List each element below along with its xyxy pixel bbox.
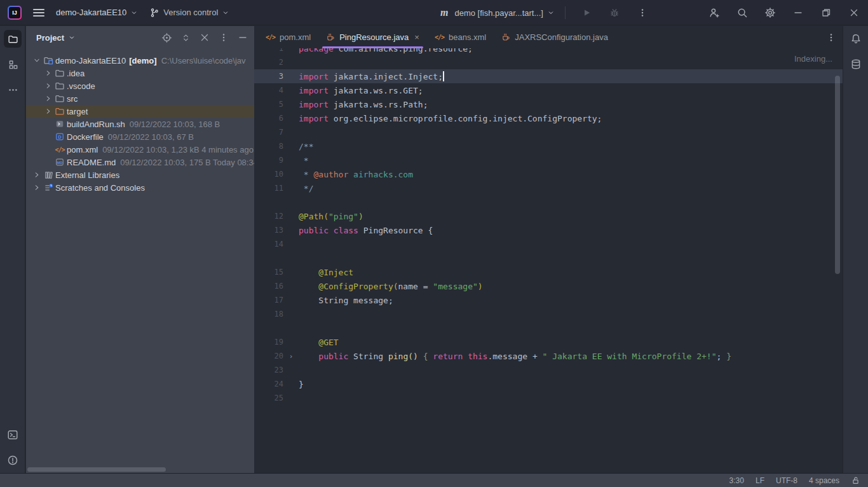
chevron-right-icon[interactable] <box>43 94 54 103</box>
line-number[interactable]: 12 <box>254 212 283 221</box>
structure-tool-button[interactable] <box>0 51 25 77</box>
code-line-16[interactable]: 16 @ConfigProperty(name = "message") <box>254 279 843 293</box>
tab-options-kebab[interactable] <box>826 26 836 48</box>
line-number[interactable]: 16 <box>254 282 283 291</box>
collapse-all-button[interactable] <box>200 32 210 43</box>
locate-file-button[interactable] <box>161 32 172 43</box>
chevron-right-icon[interactable] <box>31 170 43 179</box>
line-number[interactable]: 15 <box>254 268 283 277</box>
tree-item--vscode[interactable]: .vscode <box>26 79 254 92</box>
run-configuration-selector[interactable]: demo [fish.payar...tart...] <box>454 8 554 18</box>
chevron-right-icon[interactable] <box>43 69 54 78</box>
line-number[interactable]: 14 <box>254 240 283 249</box>
line-number[interactable]: 11 <box>254 184 283 193</box>
line-number[interactable]: 2 <box>254 58 283 67</box>
expand-collapse-button[interactable] <box>181 33 191 43</box>
line-number[interactable]: 6 <box>254 114 283 123</box>
tree-item-readme-md[interactable]: MDREADME.md09/12/2022 10:03, 175 B Today… <box>26 156 254 168</box>
code-line-12[interactable]: 12@Path("ping") <box>254 209 843 223</box>
tab-close-icon[interactable]: × <box>414 32 419 42</box>
code-line-19[interactable]: 19 @GET <box>254 335 843 349</box>
line-number[interactable]: 25 <box>254 394 283 402</box>
line-number[interactable]: 10 <box>254 170 283 179</box>
main-menu-icon[interactable] <box>33 9 44 17</box>
line-number[interactable]: 8 <box>254 142 283 151</box>
code-line-9[interactable]: 9 * <box>254 153 843 167</box>
line-number[interactable]: 3 <box>254 72 283 81</box>
more-tools-button[interactable] <box>0 77 25 102</box>
tree-item-demo-jakartaee10[interactable]: demo-JakartaEE10[demo]C:\Users\luise\cod… <box>26 54 254 67</box>
chevron-right-icon[interactable] <box>43 107 54 116</box>
code-line-6[interactable]: 6import org.eclipse.microprofile.config.… <box>254 111 843 125</box>
terminal-tool-button[interactable] <box>0 422 25 448</box>
tree-item-scratches-and-consoles[interactable]: Scratches and Consoles <box>26 181 254 194</box>
code-line-4[interactable]: 4import jakarta.ws.rs.GET; <box>254 83 843 97</box>
tree-item-target[interactable]: target <box>26 105 254 118</box>
window-minimize-button[interactable] <box>784 0 812 25</box>
readonly-lock-icon[interactable] <box>851 476 860 485</box>
more-actions-kebab[interactable] <box>632 2 653 24</box>
code-line-2[interactable]: 2 <box>254 55 843 69</box>
chevron-down-icon[interactable] <box>31 56 43 65</box>
line-number[interactable]: 23 <box>254 366 283 374</box>
hide-panel-button[interactable] <box>238 32 248 43</box>
line-number[interactable]: 19 <box>254 338 283 346</box>
vcs-widget[interactable]: Version control <box>149 8 229 18</box>
project-tool-button[interactable] <box>0 26 25 51</box>
code-line-14[interactable]: 14 <box>254 237 843 251</box>
code-line-25[interactable]: 25 <box>254 391 843 405</box>
code-line-7[interactable]: 7 <box>254 125 843 139</box>
project-selector[interactable]: demo-JakartaEE10 <box>56 8 138 17</box>
code-line-24[interactable]: 24} <box>254 377 843 391</box>
line-number[interactable]: 7 <box>254 128 283 137</box>
code-editor[interactable]: 1package com.airhacks.ping.resource;23im… <box>254 41 843 405</box>
editor-tab-pingresource-java[interactable]: PingResource.java× <box>318 26 427 48</box>
line-number[interactable]: 17 <box>254 296 283 305</box>
code-line-13[interactable]: 13public class PingResource { <box>254 223 843 237</box>
database-tool-button[interactable] <box>843 51 868 77</box>
chevron-right-icon[interactable] <box>43 81 54 90</box>
line-number[interactable]: 24 <box>254 380 283 388</box>
line-number[interactable]: 4 <box>254 86 283 95</box>
window-close-button[interactable] <box>840 0 868 25</box>
code-line-18[interactable]: 18 <box>254 307 843 321</box>
code-line-20[interactable]: 20› public String ping() { return this.m… <box>254 349 843 363</box>
run-button[interactable] <box>576 2 597 24</box>
caret-position-widget[interactable]: 3:30 <box>729 476 744 485</box>
tree-item-src[interactable]: src <box>26 92 254 105</box>
editor-tab-beans-xml[interactable]: </>beans.xml <box>427 26 494 48</box>
project-view-selector[interactable]: Project <box>36 33 76 43</box>
line-number[interactable]: 9 <box>254 156 283 165</box>
settings-button[interactable] <box>756 0 784 25</box>
line-number[interactable]: 20 <box>254 352 283 360</box>
panel-options-kebab[interactable] <box>219 32 229 43</box>
code-line-8[interactable]: 8/** <box>254 139 843 153</box>
code-line-17[interactable]: 17 String message; <box>254 293 843 307</box>
tree-item-dockerfile[interactable]: DDockerfile09/12/2022 10:03, 67 B <box>26 130 254 143</box>
problems-tool-button[interactable] <box>0 448 25 473</box>
line-number[interactable]: 5 <box>254 100 283 109</box>
editor-tab-pom-xml[interactable]: </>pom.xml <box>258 26 318 48</box>
tree-item--idea[interactable]: .idea <box>26 67 254 79</box>
indent-widget[interactable]: 4 spaces <box>809 476 839 485</box>
debug-button[interactable] <box>604 2 625 24</box>
line-number[interactable]: 13 <box>254 226 283 235</box>
fold-chevron-icon[interactable]: › <box>283 352 299 360</box>
notifications-button[interactable] <box>843 26 868 51</box>
code-line-15[interactable]: 15 @Inject <box>254 265 843 279</box>
tree-item-pom-xml[interactable]: </>pom.xml09/12/2022 10:03, 1,23 kB 4 mi… <box>26 143 254 156</box>
code-line-11[interactable]: 11 */ <box>254 181 843 195</box>
line-number[interactable]: 18 <box>254 310 283 319</box>
vertical-scrollbar[interactable] <box>835 76 840 274</box>
tree-item-external-libraries[interactable]: External Libraries <box>26 168 254 181</box>
code-line-3[interactable]: 3import jakarta.inject.Inject; <box>254 69 843 83</box>
search-everywhere-button[interactable] <box>728 0 756 25</box>
code-line-10[interactable]: 10 * @author airhacks.com <box>254 167 843 181</box>
line-separator-widget[interactable]: LF <box>756 476 764 485</box>
tree-item-buildandrun-sh[interactable]: buildAndRun.sh09/12/2022 10:03, 168 B <box>26 118 254 130</box>
chevron-right-icon[interactable] <box>31 183 43 192</box>
encoding-widget[interactable]: UTF-8 <box>776 476 797 485</box>
editor-tab-jaxrsconfiguration-java[interactable]: JAXRSConfiguration.java <box>494 26 616 48</box>
horizontal-scrollbar[interactable] <box>27 467 166 472</box>
window-restore-button[interactable] <box>812 0 840 25</box>
